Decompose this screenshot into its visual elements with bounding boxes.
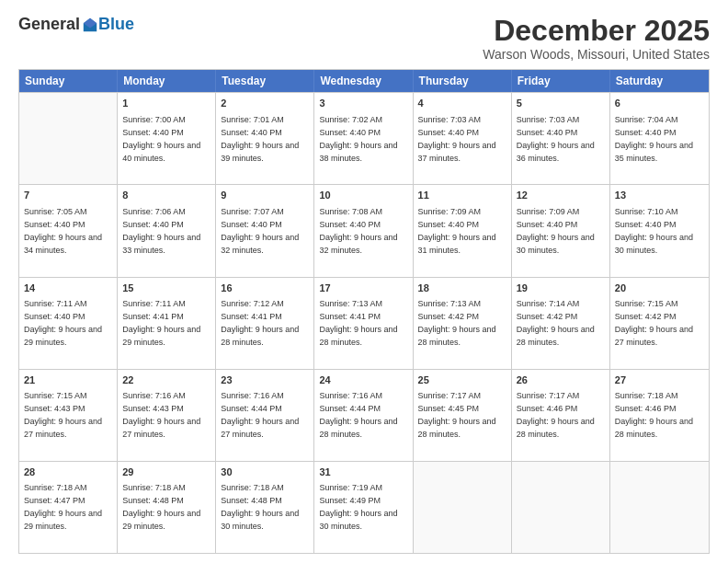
day-number: 26 [517, 373, 605, 387]
cal-cell: 1Sunrise: 7:00 AMSunset: 4:40 PMDaylight… [118, 93, 216, 184]
day-number: 15 [122, 282, 210, 295]
header-day-thursday: Thursday [414, 70, 512, 92]
cal-cell: 29Sunrise: 7:18 AMSunset: 4:48 PMDayligh… [118, 462, 216, 553]
cell-info: Sunrise: 7:12 AMSunset: 4:41 PMDaylight:… [221, 299, 299, 347]
cal-cell [610, 462, 709, 553]
cell-info: Sunrise: 7:17 AMSunset: 4:46 PMDaylight:… [517, 391, 595, 439]
cell-info: Sunrise: 7:14 AMSunset: 4:42 PMDaylight:… [517, 299, 595, 347]
cal-cell: 16Sunrise: 7:12 AMSunset: 4:41 PMDayligh… [216, 278, 314, 369]
header: General Blue December 2025 Warson Woods,… [18, 15, 710, 62]
cell-info: Sunrise: 7:10 AMSunset: 4:40 PMDaylight:… [615, 207, 693, 255]
cal-cell: 13Sunrise: 7:10 AMSunset: 4:40 PMDayligh… [610, 185, 709, 276]
day-number: 27 [615, 373, 704, 387]
header-day-monday: Monday [118, 70, 216, 92]
cell-info: Sunrise: 7:07 AMSunset: 4:40 PMDaylight:… [221, 207, 299, 255]
month-title: December 2025 [483, 15, 710, 47]
header-day-wednesday: Wednesday [314, 70, 413, 92]
cell-info: Sunrise: 7:15 AMSunset: 4:43 PMDaylight:… [24, 391, 102, 439]
day-number: 1 [122, 97, 210, 110]
cal-cell: 26Sunrise: 7:17 AMSunset: 4:46 PMDayligh… [512, 370, 610, 461]
cell-info: Sunrise: 7:19 AMSunset: 4:49 PMDaylight:… [319, 483, 397, 531]
cal-cell: 7Sunrise: 7:05 AMSunset: 4:40 PMDaylight… [19, 185, 118, 276]
cell-info: Sunrise: 7:06 AMSunset: 4:40 PMDaylight:… [122, 207, 200, 255]
day-number: 4 [418, 97, 506, 110]
day-number: 24 [319, 373, 407, 387]
day-number: 5 [517, 97, 605, 110]
cal-cell: 27Sunrise: 7:18 AMSunset: 4:46 PMDayligh… [610, 370, 709, 461]
calendar: SundayMondayTuesdayWednesdayThursdayFrid… [18, 69, 710, 554]
cell-info: Sunrise: 7:11 AMSunset: 4:41 PMDaylight:… [122, 299, 200, 347]
cal-cell: 9Sunrise: 7:07 AMSunset: 4:40 PMDaylight… [216, 185, 314, 276]
location-title: Warson Woods, Missouri, United States [483, 47, 710, 62]
cal-row-4: 28Sunrise: 7:18 AMSunset: 4:47 PMDayligh… [19, 461, 709, 553]
cell-info: Sunrise: 7:16 AMSunset: 4:43 PMDaylight:… [122, 391, 200, 439]
day-number: 14 [24, 282, 112, 295]
header-day-sunday: Sunday [19, 70, 118, 92]
day-number: 20 [615, 282, 704, 295]
cell-info: Sunrise: 7:16 AMSunset: 4:44 PMDaylight:… [221, 391, 299, 439]
day-number: 9 [221, 189, 309, 202]
logo: General Blue [18, 15, 134, 34]
cal-cell: 30Sunrise: 7:18 AMSunset: 4:48 PMDayligh… [216, 462, 314, 553]
title-area: December 2025 Warson Woods, Missouri, Un… [483, 15, 710, 62]
day-number: 12 [517, 189, 605, 202]
cell-info: Sunrise: 7:18 AMSunset: 4:46 PMDaylight:… [615, 391, 693, 439]
header-day-saturday: Saturday [610, 70, 709, 92]
calendar-body: 1Sunrise: 7:00 AMSunset: 4:40 PMDaylight… [19, 92, 709, 553]
cal-cell: 5Sunrise: 7:03 AMSunset: 4:40 PMDaylight… [512, 93, 610, 184]
cell-info: Sunrise: 7:17 AMSunset: 4:45 PMDaylight:… [418, 391, 496, 439]
cal-cell: 2Sunrise: 7:01 AMSunset: 4:40 PMDaylight… [216, 93, 314, 184]
cal-cell: 24Sunrise: 7:16 AMSunset: 4:44 PMDayligh… [314, 370, 413, 461]
cal-cell: 15Sunrise: 7:11 AMSunset: 4:41 PMDayligh… [118, 278, 216, 369]
cell-info: Sunrise: 7:02 AMSunset: 4:40 PMDaylight:… [319, 115, 397, 163]
cell-info: Sunrise: 7:13 AMSunset: 4:42 PMDaylight:… [418, 299, 496, 347]
cal-cell: 19Sunrise: 7:14 AMSunset: 4:42 PMDayligh… [512, 278, 610, 369]
cell-info: Sunrise: 7:03 AMSunset: 4:40 PMDaylight:… [418, 115, 496, 163]
cal-cell: 28Sunrise: 7:18 AMSunset: 4:47 PMDayligh… [19, 462, 118, 553]
day-number: 29 [122, 465, 210, 479]
header-day-friday: Friday [512, 70, 610, 92]
day-number: 2 [221, 97, 309, 110]
cell-info: Sunrise: 7:08 AMSunset: 4:40 PMDaylight:… [319, 207, 397, 255]
day-number: 8 [122, 189, 210, 202]
logo-area: General Blue [18, 15, 134, 34]
day-number: 7 [24, 189, 112, 202]
cal-cell: 21Sunrise: 7:15 AMSunset: 4:43 PMDayligh… [19, 370, 118, 461]
cell-info: Sunrise: 7:05 AMSunset: 4:40 PMDaylight:… [24, 207, 102, 255]
logo-general-text: General [18, 15, 80, 34]
cell-info: Sunrise: 7:03 AMSunset: 4:40 PMDaylight:… [517, 115, 595, 163]
cal-cell: 3Sunrise: 7:02 AMSunset: 4:40 PMDaylight… [314, 93, 413, 184]
cell-info: Sunrise: 7:01 AMSunset: 4:40 PMDaylight:… [221, 115, 299, 163]
day-number: 10 [319, 189, 407, 202]
cal-cell [414, 462, 512, 553]
cal-cell: 23Sunrise: 7:16 AMSunset: 4:44 PMDayligh… [216, 370, 314, 461]
day-number: 21 [24, 373, 112, 387]
cal-row-1: 7Sunrise: 7:05 AMSunset: 4:40 PMDaylight… [19, 184, 709, 276]
logo-blue-text: Blue [98, 15, 134, 34]
day-number: 18 [418, 282, 506, 295]
cal-row-2: 14Sunrise: 7:11 AMSunset: 4:40 PMDayligh… [19, 277, 709, 369]
day-number: 19 [517, 282, 605, 295]
day-number: 28 [24, 465, 112, 479]
cell-info: Sunrise: 7:15 AMSunset: 4:42 PMDaylight:… [615, 299, 693, 347]
day-number: 25 [418, 373, 506, 387]
cal-cell [512, 462, 610, 553]
cell-info: Sunrise: 7:11 AMSunset: 4:40 PMDaylight:… [24, 299, 102, 347]
cal-cell: 22Sunrise: 7:16 AMSunset: 4:43 PMDayligh… [118, 370, 216, 461]
header-day-tuesday: Tuesday [216, 70, 314, 92]
cal-cell: 12Sunrise: 7:09 AMSunset: 4:40 PMDayligh… [512, 185, 610, 276]
cal-cell: 25Sunrise: 7:17 AMSunset: 4:45 PMDayligh… [414, 370, 512, 461]
cal-cell: 10Sunrise: 7:08 AMSunset: 4:40 PMDayligh… [314, 185, 413, 276]
cal-cell [19, 93, 118, 184]
calendar-header: SundayMondayTuesdayWednesdayThursdayFrid… [19, 70, 709, 92]
cell-info: Sunrise: 7:04 AMSunset: 4:40 PMDaylight:… [615, 115, 693, 163]
cell-info: Sunrise: 7:13 AMSunset: 4:41 PMDaylight:… [319, 299, 397, 347]
cal-row-3: 21Sunrise: 7:15 AMSunset: 4:43 PMDayligh… [19, 369, 709, 461]
cell-info: Sunrise: 7:18 AMSunset: 4:48 PMDaylight:… [221, 483, 299, 531]
cell-info: Sunrise: 7:00 AMSunset: 4:40 PMDaylight:… [122, 115, 200, 163]
cal-cell: 8Sunrise: 7:06 AMSunset: 4:40 PMDaylight… [118, 185, 216, 276]
logo-icon [82, 17, 98, 33]
cell-info: Sunrise: 7:18 AMSunset: 4:48 PMDaylight:… [122, 483, 200, 531]
day-number: 11 [418, 189, 506, 202]
day-number: 31 [319, 465, 407, 479]
